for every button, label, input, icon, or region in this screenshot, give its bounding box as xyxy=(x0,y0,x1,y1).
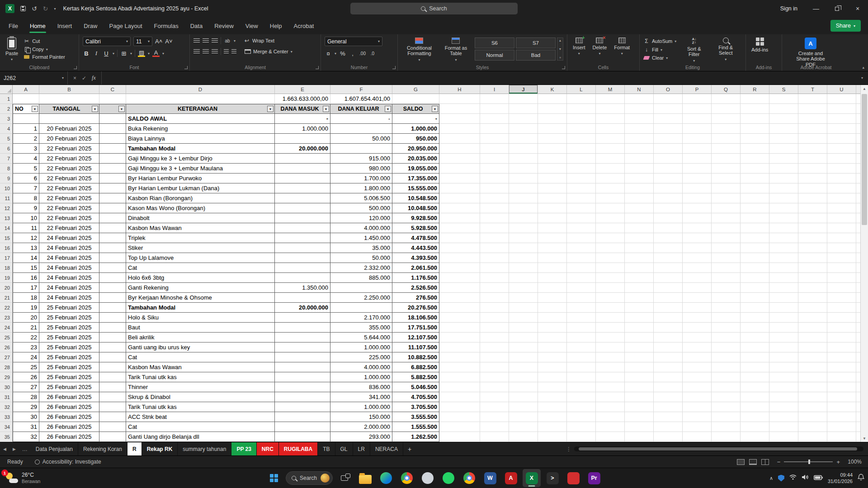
row-header-30[interactable]: 30 xyxy=(0,382,13,392)
column-header-P[interactable]: P xyxy=(683,85,712,94)
cell-I10[interactable] xyxy=(480,183,509,193)
cell-U17[interactable] xyxy=(827,253,856,263)
cell-D9[interactable]: Byr Harian Lembur Purwoko xyxy=(126,174,275,183)
cell-N6[interactable] xyxy=(625,144,654,154)
cell-U21[interactable] xyxy=(827,293,856,303)
cell-E32[interactable] xyxy=(275,402,330,412)
cell-M21[interactable] xyxy=(596,293,625,303)
cell-B26[interactable]: 25 Februari 2025 xyxy=(39,343,99,352)
cell-F4[interactable] xyxy=(330,124,392,134)
cell-P9[interactable] xyxy=(683,174,712,183)
cell-Q17[interactable] xyxy=(712,253,741,263)
cell-A3[interactable] xyxy=(13,114,39,124)
find-select-button[interactable]: Find & Select▾ xyxy=(712,37,740,62)
cell-F3[interactable]: - xyxy=(330,114,392,124)
cell-O16[interactable] xyxy=(654,243,683,253)
cell-J12[interactable] xyxy=(509,203,538,213)
cell-A29[interactable]: 26 xyxy=(13,372,39,382)
cell-N26[interactable] xyxy=(625,343,654,352)
cell-I33[interactable] xyxy=(480,412,509,422)
cell-P14[interactable] xyxy=(683,223,712,233)
cell-O35[interactable] xyxy=(654,432,683,442)
taskbar-app-file-explorer[interactable] xyxy=(356,469,374,487)
decrease-decimal-icon[interactable]: .0 xyxy=(369,49,376,57)
cell-L19[interactable] xyxy=(567,273,596,283)
ribbon-tab-insert[interactable]: Insert xyxy=(52,17,78,34)
cell-I27[interactable] xyxy=(480,352,509,362)
fill-button[interactable]: ↓Fill▾ xyxy=(643,47,676,53)
cell-O3[interactable] xyxy=(654,114,683,124)
cell-M17[interactable] xyxy=(596,253,625,263)
ribbon-tab-data[interactable]: Data xyxy=(184,17,208,34)
cell-M35[interactable] xyxy=(596,432,625,442)
column-header-U[interactable]: U xyxy=(827,85,856,94)
cell-P1[interactable] xyxy=(683,94,712,104)
cell-F15[interactable]: 1.450.000 xyxy=(330,233,392,243)
cell-A30[interactable]: 27 xyxy=(13,382,39,392)
cell-L3[interactable] xyxy=(567,114,596,124)
cell-R14[interactable] xyxy=(741,223,769,233)
cell-R7[interactable] xyxy=(741,154,769,164)
save-icon[interactable] xyxy=(20,6,26,11)
cell-K4[interactable] xyxy=(538,124,567,134)
cell-L22[interactable] xyxy=(567,303,596,313)
cell-N12[interactable] xyxy=(625,203,654,213)
accessibility-status[interactable]: Accessibility: Investigate xyxy=(30,459,106,465)
cell-M23[interactable] xyxy=(596,313,625,323)
cell-L27[interactable] xyxy=(567,352,596,362)
cell-E7[interactable] xyxy=(275,154,330,164)
cell-L23[interactable] xyxy=(567,313,596,323)
cell-M20[interactable] xyxy=(596,283,625,293)
cell-B22[interactable]: 25 Februari 2025 xyxy=(39,303,99,313)
cell-D10[interactable]: Byr Harian Lembur Lukman (Dana) xyxy=(126,183,275,193)
cell-T16[interactable] xyxy=(798,243,827,253)
cell-B20[interactable]: 24 Februari 2025 xyxy=(39,283,99,293)
cell-C12[interactable] xyxy=(99,203,126,213)
column-header-E[interactable]: E xyxy=(275,85,330,94)
row-header-24[interactable]: 24 xyxy=(0,323,13,333)
cell-E34[interactable] xyxy=(275,422,330,432)
taskbar-app-whatsapp[interactable] xyxy=(439,469,458,487)
cell-D4[interactable]: Buka Rekening xyxy=(126,124,275,134)
cell-O26[interactable] xyxy=(654,343,683,352)
cell-K27[interactable] xyxy=(538,352,567,362)
cell-I6[interactable] xyxy=(480,144,509,154)
cell-P21[interactable] xyxy=(683,293,712,303)
cell-N33[interactable] xyxy=(625,412,654,422)
taskbar-app-excel[interactable]: X xyxy=(523,469,541,487)
italic-button[interactable]: I xyxy=(93,49,100,57)
cell-P18[interactable] xyxy=(683,263,712,273)
cell-C1[interactable] xyxy=(99,94,126,104)
name-box[interactable]: J262▾ xyxy=(0,71,68,84)
cell-C23[interactable] xyxy=(99,313,126,323)
cell-A34[interactable]: 31 xyxy=(13,422,39,432)
cell-M19[interactable] xyxy=(596,273,625,283)
align-center-icon[interactable] xyxy=(203,49,209,54)
cell-E21[interactable] xyxy=(275,293,330,303)
cell-C5[interactable] xyxy=(99,134,126,144)
cell-B10[interactable]: 22 Februari 2025 xyxy=(39,183,99,193)
cell-J11[interactable] xyxy=(509,193,538,203)
cell-N28[interactable] xyxy=(625,362,654,372)
cell-U2[interactable] xyxy=(827,104,856,114)
row-header-7[interactable]: 7 xyxy=(0,154,13,164)
cell-F1[interactable]: 1.607.654.401,00 xyxy=(330,94,392,104)
cell-J31[interactable] xyxy=(509,392,538,402)
cell-G24[interactable]: 17.751.500 xyxy=(392,323,439,333)
cell-F33[interactable]: 150.000 xyxy=(330,412,392,422)
cell-T29[interactable] xyxy=(798,372,827,382)
cell-B14[interactable]: 22 Februari 2025 xyxy=(39,223,99,233)
cell-E17[interactable] xyxy=(275,253,330,263)
cell-G21[interactable]: 276.500 xyxy=(392,293,439,303)
cell-K15[interactable] xyxy=(538,233,567,243)
cell-L28[interactable] xyxy=(567,362,596,372)
cell-R8[interactable] xyxy=(741,164,769,174)
taskbar-app-media-player[interactable] xyxy=(419,469,437,487)
cell-R12[interactable] xyxy=(741,203,769,213)
cell-G20[interactable]: 2.526.500 xyxy=(392,283,439,293)
cell-F8[interactable]: 980.000 xyxy=(330,164,392,174)
cut-button[interactable]: ✂Cut xyxy=(24,38,65,44)
cell-D22[interactable]: Tambahan Modal xyxy=(126,303,275,313)
cell-G9[interactable]: 17.355.000 xyxy=(392,174,439,183)
cell-T3[interactable] xyxy=(798,114,827,124)
